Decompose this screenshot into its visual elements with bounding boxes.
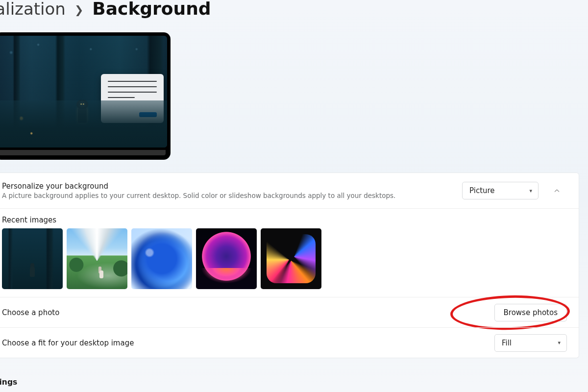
recent-images-row: Recent images (0, 208, 579, 297)
breadcrumb: onalization ❯ Background (0, 0, 588, 18)
choose-fit-row: Choose a fit for your desktop image Fill… (0, 327, 579, 358)
recent-image-3[interactable] (131, 228, 192, 289)
chevron-right-icon: ❯ (74, 5, 83, 16)
choose-photo-row: Choose a photo Browse photos (0, 297, 579, 327)
choose-fit-title: Choose a fit for your desktop image (2, 339, 494, 347)
breadcrumb-current: Background (92, 0, 211, 18)
recent-image-5[interactable] (261, 228, 321, 289)
preview-sample-window (101, 74, 164, 123)
background-mode-select[interactable]: Picture ▾ (462, 182, 539, 199)
preview-wallpaper (0, 36, 167, 147)
recent-images-title: Recent images (2, 216, 567, 224)
recent-image-1[interactable] (2, 228, 63, 289)
chevron-up-icon (553, 187, 561, 195)
background-mode-value: Picture (469, 186, 495, 195)
personalize-row: Personalize your background A picture ba… (0, 173, 579, 208)
recent-image-2[interactable] (67, 228, 127, 289)
recent-image-4[interactable] (196, 228, 257, 289)
personalize-subtitle: A picture background applies to your cur… (2, 192, 462, 199)
preview-character (78, 106, 87, 123)
background-settings-card: Personalize your background A picture ba… (0, 172, 579, 358)
fit-value: Fill (502, 339, 512, 347)
chevron-down-icon: ▾ (529, 188, 532, 194)
browse-photos-button[interactable]: Browse photos (494, 304, 567, 321)
recent-images-list (2, 228, 567, 289)
collapse-section-button[interactable] (546, 182, 567, 199)
preview-taskbar (0, 150, 166, 155)
personalize-title: Personalize your background (2, 182, 462, 191)
related-settings-heading: settings (0, 378, 588, 387)
chevron-down-icon: ▾ (558, 340, 561, 346)
desktop-preview (0, 32, 171, 160)
choose-photo-title: Choose a photo (2, 308, 494, 317)
breadcrumb-parent[interactable]: onalization (0, 0, 66, 17)
fit-select[interactable]: Fill ▾ (494, 334, 567, 352)
